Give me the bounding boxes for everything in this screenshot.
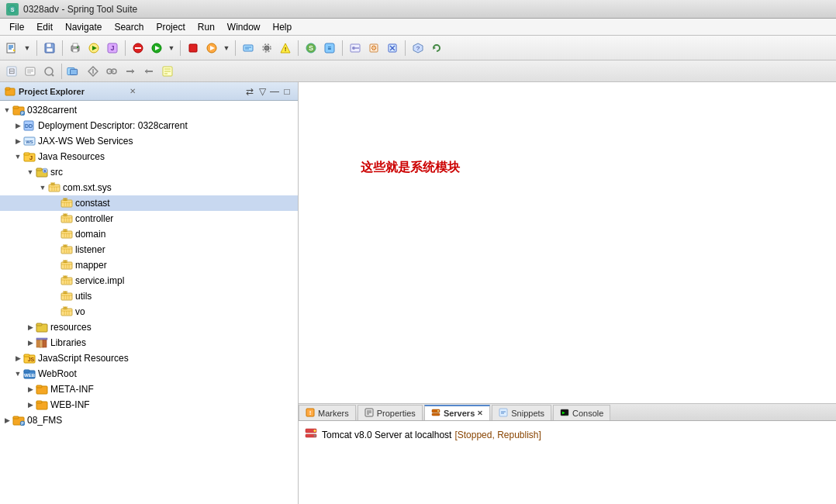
server-entry[interactable]: Tomcat v8.0 Server at localhost [Stopped… <box>305 426 830 444</box>
project-icon: P <box>12 414 25 426</box>
toolbar2-i[interactable] <box>159 63 176 80</box>
toolbar-icon-c[interactable] <box>240 40 257 57</box>
tree-item-utils[interactable]: ▶ ⊞ utils <box>0 288 298 304</box>
panel-sync-icon[interactable]: ⇄ <box>244 85 256 98</box>
tree-item-label: 0328carrent <box>27 105 77 116</box>
tree-item-label: Deployment Descriptor: 0328carrent <box>38 120 188 131</box>
stop-button[interactable] <box>185 40 202 57</box>
menu-window[interactable]: Window <box>221 19 267 36</box>
tree-item-deployment[interactable]: ▶ DD Deployment Descriptor: 0328carrent <box>0 118 298 133</box>
toolbar-icon-a[interactable]: J <box>104 40 121 57</box>
toolbar2-f[interactable] <box>103 63 120 80</box>
tree-item-src[interactable]: ▼ s src <box>0 164 298 180</box>
menu-run[interactable]: Run <box>192 19 221 36</box>
toolbar-dropdown-run[interactable]: ▼ <box>167 40 176 57</box>
tree-item-jaxws[interactable]: ▶ WS JAX-WS Web Services <box>0 133 298 149</box>
spring-icon[interactable]: S <box>302 40 320 57</box>
debug-button[interactable] <box>130 40 147 57</box>
tab-close[interactable]: ✕ <box>477 409 483 417</box>
toolbar-dropdown-b[interactable]: ▼ <box>222 40 231 57</box>
run-button[interactable] <box>148 40 165 57</box>
menu-search[interactable]: Search <box>108 19 150 36</box>
expand-arrow[interactable]: ▶ <box>25 337 36 348</box>
tree-item-web-inf[interactable]: ▶ WEB-INF <box>0 397 298 413</box>
tree-item-08fms[interactable]: ▶ P 08_FMS <box>0 413 298 428</box>
menu-project[interactable]: Project <box>150 19 191 36</box>
tree-item-constast[interactable]: ▶ ⊞ constast <box>0 195 298 211</box>
tree-item-label: domain <box>75 229 105 240</box>
tab-servers[interactable]: Servers ✕ <box>424 405 490 420</box>
menu-help[interactable]: Help <box>267 19 299 36</box>
snippets-icon <box>499 408 508 419</box>
panel-maximize-icon[interactable]: □ <box>281 85 293 98</box>
tree-item-mapper[interactable]: ▶ ⊞ mapper <box>0 257 298 273</box>
tree-item-vo[interactable]: ▶ ⊞ vo <box>0 304 298 319</box>
expand-arrow[interactable]: ▶ <box>25 399 36 410</box>
toolbar-icon-b[interactable] <box>203 40 220 57</box>
tree-item-listener[interactable]: ▶ ⊞ listener <box>0 242 298 257</box>
package-icon: ⊞ <box>60 228 73 240</box>
toolbar2-c[interactable] <box>40 63 57 80</box>
back-nav-button[interactable]: ⊟ <box>3 63 20 80</box>
svg-rect-56 <box>71 69 78 74</box>
expand-arrow[interactable]: ▼ <box>2 105 12 116</box>
tree-item-controller[interactable]: ▶ ⊞ controller <box>0 211 298 226</box>
menu-file[interactable]: File <box>3 19 30 36</box>
menu-edit[interactable]: Edit <box>30 19 59 36</box>
print-button[interactable] <box>67 40 84 57</box>
expand-arrow[interactable]: ▼ <box>25 167 36 178</box>
panel-minimize-icon[interactable]: — <box>268 85 281 98</box>
toolbar2-b[interactable] <box>22 63 39 80</box>
toolbar-icon-e[interactable]: ≡ <box>321 40 338 57</box>
java-resources-icon: J <box>23 150 36 163</box>
tab-console[interactable]: ▶_ Console <box>553 405 610 420</box>
save-button[interactable] <box>41 40 58 57</box>
svg-text:s: s <box>44 168 47 173</box>
run-config-button[interactable] <box>85 40 102 57</box>
project-tree[interactable]: ▼ P 0328carrent ▶ DD Deployment Descript… <box>0 101 298 504</box>
package-icon: ⊞ <box>48 181 60 194</box>
refresh-button[interactable] <box>428 40 445 57</box>
expand-arrow[interactable]: ▶ <box>25 384 36 395</box>
expand-arrow[interactable]: ▶ <box>12 136 23 147</box>
separator-8 <box>405 40 406 56</box>
expand-arrow[interactable]: ▶ <box>12 353 23 364</box>
toolbar-dropdown-new[interactable]: ▼ <box>22 40 33 57</box>
toolbar-icon-d[interactable]: ! <box>277 40 294 57</box>
expand-arrow[interactable]: ▶ <box>12 120 23 131</box>
toolbar-icon-g[interactable]: ⚙ <box>365 40 382 57</box>
menu-navigate[interactable]: Navigate <box>59 19 108 36</box>
toolbar-icon-f[interactable] <box>347 40 364 57</box>
tab-snippets[interactable]: Snippets <box>492 405 551 420</box>
toolbar2-d[interactable] <box>66 63 83 80</box>
svg-point-37 <box>352 47 355 50</box>
gear-icon[interactable] <box>258 40 275 57</box>
toolbar2-h[interactable] <box>140 63 157 80</box>
tree-item-webroot[interactable]: ▼ WEB WebRoot <box>0 366 298 381</box>
panel-collapse-icon[interactable]: ▽ <box>256 85 268 98</box>
toolbar2-g[interactable] <box>122 63 139 80</box>
tree-item-com-sxt-sys[interactable]: ▼ ⊞ com.sxt.sys <box>0 180 298 195</box>
tree-item-resources[interactable]: ▶ resources <box>0 319 298 335</box>
toolbar-icon-i[interactable]: ? <box>409 40 427 57</box>
tree-item-service-impl[interactable]: ▶ ⊞ service.impl <box>0 273 298 288</box>
svg-rect-73 <box>13 106 19 109</box>
tree-item-libraries[interactable]: ▶ Libraries <box>0 335 298 350</box>
tree-item-0328carrent[interactable]: ▼ P 0328carrent <box>0 102 298 118</box>
tab-properties[interactable]: Properties <box>358 405 423 420</box>
expand-arrow[interactable]: ▼ <box>37 182 48 193</box>
panel-close-icon[interactable]: ✕ <box>130 87 136 95</box>
new-button[interactable] <box>3 40 20 57</box>
expand-arrow[interactable]: ▶ <box>25 322 36 333</box>
tab-markers[interactable]: ! Markers <box>299 405 356 420</box>
tree-item-meta-inf[interactable]: ▶ META-INF <box>0 381 298 397</box>
tree-item-js-resources[interactable]: ▶ JS JavaScript Resources <box>0 350 298 366</box>
svg-rect-146 <box>36 338 47 340</box>
expand-arrow[interactable]: ▶ <box>2 415 12 426</box>
toolbar-icon-h[interactable] <box>384 40 401 57</box>
expand-arrow[interactable]: ▼ <box>12 151 23 162</box>
tree-item-java-resources[interactable]: ▼ J Java Resources <box>0 149 298 164</box>
toolbar2-e[interactable] <box>85 63 102 80</box>
tree-item-domain[interactable]: ▶ ⊞ domain <box>0 226 298 242</box>
expand-arrow[interactable]: ▼ <box>12 368 23 379</box>
